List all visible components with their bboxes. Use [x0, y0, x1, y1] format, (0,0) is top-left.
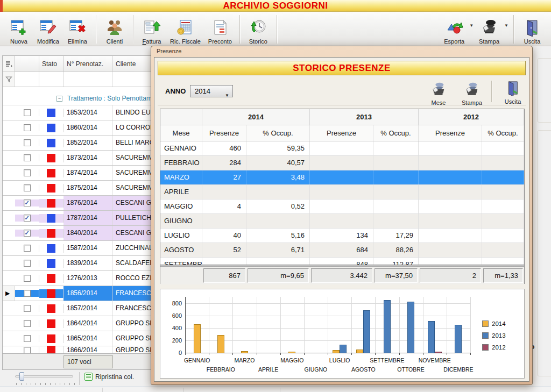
- mese-button[interactable]: Mese: [425, 82, 453, 106]
- y-tick-label: 600: [163, 312, 182, 319]
- year-header-2012: 2012: [419, 109, 524, 125]
- presence-row-agosto[interactable]: AGOSTO526,7168488,26: [160, 243, 524, 258]
- row-checkbox[interactable]: [24, 275, 31, 282]
- select-column-header[interactable]: [15, 56, 39, 72]
- row-checkbox[interactable]: [24, 184, 31, 191]
- stato-cell: [39, 109, 63, 117]
- row-checkbox[interactable]: [24, 154, 31, 161]
- table-plus-icon: [10, 18, 28, 37]
- uscita-button[interactable]: Uscita: [518, 13, 547, 46]
- row-checkbox[interactable]: [24, 124, 31, 131]
- prenotaz-cell: 1876/2014: [63, 196, 112, 210]
- elimina-button[interactable]: Elimina: [63, 13, 92, 46]
- value-cell: [419, 243, 482, 257]
- x-category-label: DICEMBRE: [434, 366, 483, 373]
- presence-row-giugno[interactable]: GIUGNO: [160, 214, 524, 229]
- month-cell: AGOSTO: [160, 243, 202, 257]
- presence-row-febbraio[interactable]: FEBBRAIO28440,57: [160, 156, 524, 170]
- value-cell: 4: [202, 199, 246, 213]
- ric-fiscale-button[interactable]: Ric. Fiscale: [166, 13, 204, 46]
- vgridline: [280, 297, 281, 353]
- value-cell: [310, 141, 373, 155]
- legend-entry-2014: 2014: [482, 320, 506, 327]
- clienti-button[interactable]: Clienti: [100, 13, 129, 46]
- anno-select[interactable]: 2014 ▼: [190, 85, 233, 97]
- prenotaz-cell: 1787/2014: [63, 211, 112, 225]
- row-checkbox[interactable]: [24, 260, 31, 267]
- modifica-button[interactable]: Modifica: [33, 13, 63, 46]
- dialog-header-title: STORICO PRESENZE: [158, 61, 525, 75]
- printer-icon: [464, 82, 480, 97]
- preconto-button[interactable]: Preconto: [204, 13, 236, 46]
- row-checkbox[interactable]: [24, 320, 31, 327]
- value-cell: [482, 229, 524, 243]
- filter-funnel-icon[interactable]: [3, 72, 15, 87]
- dialog-stampa-button[interactable]: Stampa: [458, 82, 486, 106]
- checkbox-cell: [15, 320, 39, 327]
- x-category-label: MARZO: [220, 357, 269, 364]
- presence-row-luglio[interactable]: LUGLIO405,1613417,29: [160, 229, 524, 243]
- column-chooser-icon[interactable]: [3, 56, 15, 72]
- row-checkbox[interactable]: [24, 347, 31, 354]
- esporta-button[interactable]: Esporta: [440, 13, 469, 46]
- y-tick-label: 400: [163, 325, 182, 331]
- prenotaz-cell: 1276/2013: [63, 271, 112, 286]
- esporta-dropdown-arrow[interactable]: ▼: [469, 23, 474, 28]
- row-checkbox[interactable]: [24, 335, 31, 342]
- prenotaz-column-header[interactable]: N° Prenotaz.: [63, 56, 112, 72]
- uscita-label: Uscita: [524, 38, 541, 45]
- value-cell: [373, 141, 419, 155]
- stato-cell: [39, 244, 63, 253]
- collapse-group-icon[interactable]: −: [56, 96, 62, 102]
- checkbox-cell: ✓: [15, 215, 39, 222]
- presence-row-maggio[interactable]: MAGGIO40,52: [160, 199, 524, 214]
- stato-column-header[interactable]: Stato: [39, 56, 63, 72]
- anno-value: 2014: [195, 87, 210, 95]
- nuova-button[interactable]: Nuova: [4, 13, 33, 46]
- vgridline: [470, 297, 471, 353]
- row-checkbox[interactable]: ✓: [24, 215, 31, 222]
- value-cell: 0,52: [246, 199, 310, 213]
- slider-thumb[interactable]: [19, 372, 24, 381]
- exit-door-icon: [523, 18, 541, 37]
- vgridline: [423, 297, 423, 353]
- row-checkbox[interactable]: [24, 169, 31, 176]
- checkbox-cell: ✓: [15, 230, 39, 237]
- row-checkbox[interactable]: [24, 139, 31, 146]
- dialog-header-band: STORICO PRESENZE: [158, 61, 526, 75]
- status-indicator-red: [47, 229, 55, 238]
- dialog-uscita-button[interactable]: Uscita: [499, 81, 527, 105]
- stampa-dropdown-arrow[interactable]: ▼: [504, 23, 508, 28]
- value-cell: 6,71: [246, 243, 310, 257]
- stampa-button[interactable]: Stampa: [475, 13, 504, 46]
- stato-cell: [39, 199, 63, 208]
- row-checkbox[interactable]: [24, 305, 31, 312]
- y-tick-label: 0: [163, 350, 182, 356]
- presence-row-aprile[interactable]: APRILE: [160, 185, 524, 199]
- legend-swatch: [482, 332, 489, 339]
- value-cell: [202, 214, 246, 228]
- row-checkbox[interactable]: [24, 245, 31, 252]
- restore-columns-button[interactable]: Ripristina col.: [84, 373, 134, 381]
- value-cell: [482, 258, 524, 265]
- exit-door-icon: [505, 81, 521, 96]
- row-checkbox[interactable]: ✓: [24, 230, 31, 237]
- status-indicator-red: [47, 319, 55, 328]
- value-cell: [419, 141, 482, 155]
- export-icon: [445, 18, 463, 37]
- row-checkbox[interactable]: [24, 290, 31, 297]
- legend-label: 2014: [492, 320, 506, 327]
- presence-row-settembre[interactable]: SETTEMBRE848112,87: [160, 258, 524, 265]
- bottom-separator: [79, 372, 80, 385]
- value-cell: [246, 258, 310, 265]
- presence-row-marzo[interactable]: MARZO273,48: [160, 170, 524, 185]
- value-cell: [373, 156, 419, 170]
- presence-row-gennaio[interactable]: GENNAIO46059,35: [160, 141, 524, 156]
- vgridline: [328, 297, 328, 353]
- row-checkbox[interactable]: ✓: [24, 199, 31, 206]
- storico-button[interactable]: Storico: [244, 13, 273, 46]
- fattura-button[interactable]: Fattura: [137, 13, 166, 46]
- stato-cell: [39, 139, 63, 147]
- elimina-label: Elimina: [68, 38, 87, 45]
- row-checkbox[interactable]: [24, 109, 31, 116]
